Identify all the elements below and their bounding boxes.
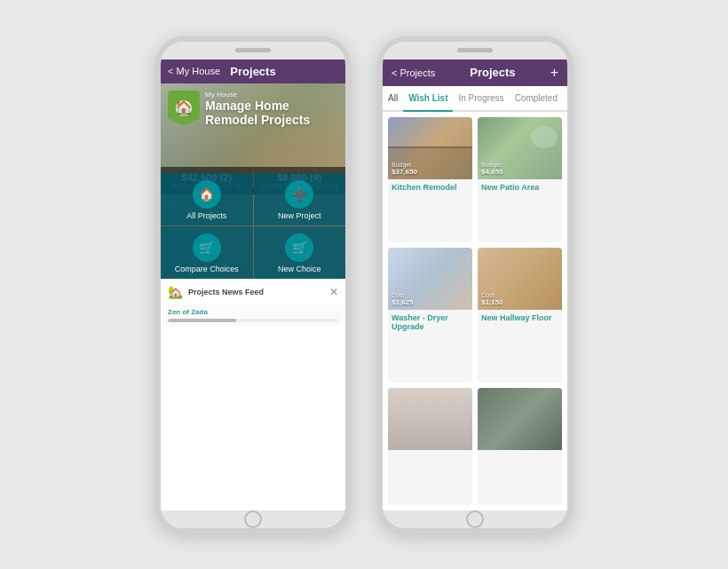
newsfeed-progress-bar: [168, 319, 338, 322]
phone-speaker-left: [235, 48, 271, 52]
compare-choices-label: Compare Choices: [175, 265, 239, 273]
phone-bottom-bar-right: [383, 510, 567, 528]
right-back-button[interactable]: < Projects: [392, 67, 435, 78]
washer-budget: Cost $1,625: [392, 292, 413, 306]
kitchen-image: Budget $37,650: [388, 117, 472, 179]
new-project-button[interactable]: ➕ New Project: [254, 173, 346, 225]
new-project-label: New Project: [278, 211, 321, 220]
newsfeed-progress-fill: [168, 319, 236, 322]
badge-icon: 🏠: [176, 100, 192, 116]
project-card-blinds[interactable]: [388, 388, 472, 505]
right-phone: < Projects Projects + All Wish List In P…: [377, 36, 573, 533]
hero-title: Manage HomeRemodel Projects: [205, 99, 338, 129]
tab-all[interactable]: All: [383, 86, 403, 112]
left-phone: < My House Projects 🏠 My House Manage Ho…: [155, 36, 351, 533]
new-choice-button[interactable]: 🛒 New Choice: [254, 226, 346, 279]
all-projects-label: All Projects: [186, 211, 226, 220]
kitchen-name: Kitchen Remodel: [388, 179, 472, 196]
blinds-image: [388, 388, 472, 450]
washer-name: Washer - Dryer Upgrade: [388, 310, 472, 336]
compare-choices-icon: 🛒: [193, 233, 221, 262]
tab-in-progress[interactable]: In Progress: [453, 86, 509, 112]
trash-name: [478, 450, 562, 458]
project-tabs: All Wish List In Progress Completed: [383, 86, 567, 112]
project-card-hallway[interactable]: Cost $1,150 New Hallway Floor: [478, 248, 562, 383]
trash-image: [478, 388, 562, 450]
compare-choices-button[interactable]: 🛒 Compare Choices: [161, 226, 253, 279]
all-projects-button[interactable]: 🏠 All Projects: [161, 173, 253, 225]
newsfeed-source: Zen of Zada: [168, 308, 338, 316]
phone-home-button-left[interactable]: [244, 510, 262, 528]
hallway-name: New Hallway Floor: [478, 310, 562, 327]
newsfeed-header: 🏡 Projects News Feed ✕: [161, 279, 345, 304]
right-header: < Projects Projects +: [383, 59, 567, 86]
hero-section: 🏠 My House Manage HomeRemodel Projects $…: [161, 83, 345, 279]
left-screen: < My House Projects 🏠 My House Manage Ho…: [161, 59, 345, 510]
phone-home-button-right[interactable]: [466, 510, 484, 528]
phone-top-bar-left: [161, 42, 345, 59]
project-card-kitchen[interactable]: Budget $37,650 Kitchen Remodel: [388, 117, 472, 243]
project-card-trash[interactable]: [478, 388, 562, 505]
phone-bottom-bar-left: [161, 510, 345, 528]
hallway-image: Cost $1,150: [478, 248, 562, 310]
right-screen: < Projects Projects + All Wish List In P…: [383, 59, 567, 510]
washer-image: Cost $1,625: [388, 248, 472, 310]
tab-completed[interactable]: Completed: [510, 86, 563, 112]
phone-speaker-right: [457, 48, 493, 52]
newsfeed-icon: 🏡: [168, 285, 183, 299]
phone-top-bar-right: [383, 42, 567, 59]
project-card-washer[interactable]: Cost $1,625 Washer - Dryer Upgrade: [388, 248, 472, 383]
action-buttons: 🏠 All Projects ➕ New Project 🛒 Compare C…: [161, 173, 345, 279]
left-back-button[interactable]: < My House: [168, 66, 220, 76]
kitchen-budget: Budget $37,650: [392, 162, 417, 176]
patio-name: New Patio Area: [478, 179, 562, 196]
hero-text: My House Manage HomeRemodel Projects: [205, 91, 338, 129]
newsfeed-content: Zen of Zada: [161, 304, 345, 326]
tab-wishlist[interactable]: Wish List: [403, 86, 453, 112]
hallway-budget: Cost $1,150: [481, 292, 502, 306]
left-header-title: Projects: [230, 65, 275, 78]
right-header-title: Projects: [470, 66, 515, 79]
new-choice-icon: 🛒: [285, 233, 313, 262]
project-card-patio[interactable]: Budget $4,850 New Patio Area: [478, 117, 562, 243]
left-header: < My House Projects: [161, 59, 345, 83]
add-project-button[interactable]: +: [550, 65, 558, 81]
patio-image: Budget $4,850: [478, 117, 562, 179]
blinds-name: [388, 450, 472, 458]
new-choice-label: New Choice: [278, 265, 321, 273]
all-projects-icon: 🏠: [193, 180, 221, 209]
newsfeed-label: Projects News Feed: [188, 288, 324, 296]
projects-grid: Budget $37,650 Kitchen Remodel Budget $4…: [383, 112, 567, 510]
patio-budget: Budget $4,850: [481, 162, 502, 176]
newsfeed-close-button[interactable]: ✕: [329, 286, 338, 298]
new-project-icon: ➕: [285, 180, 313, 209]
green-badge: 🏠: [168, 91, 200, 126]
hero-subtitle: My House: [205, 91, 338, 99]
